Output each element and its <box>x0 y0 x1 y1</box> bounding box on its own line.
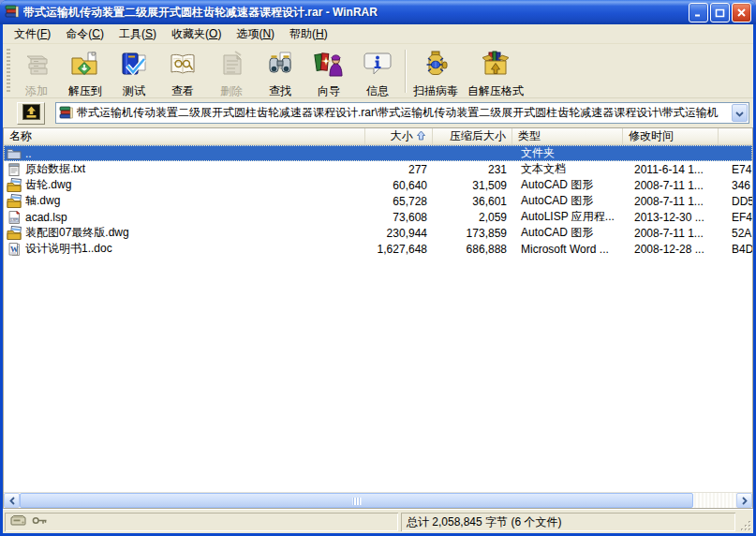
status-icons-panel <box>5 513 398 531</box>
menu-file[interactable]: 文件(F) <box>7 24 58 44</box>
scroll-right-button[interactable] <box>736 493 752 508</box>
menu-help[interactable]: 帮助(H) <box>282 24 335 44</box>
winrar-window: 带式运输机传动装置二级展开式圆柱齿轮减速器课程设计.rar - WinRAR 文… <box>0 0 756 536</box>
dwg-file-icon <box>7 194 22 209</box>
test-icon <box>119 50 149 82</box>
combobox-dropdown-button[interactable] <box>732 104 748 122</box>
view-icon <box>168 50 198 82</box>
wizard-button[interactable]: 向导 <box>304 46 353 97</box>
address-bar: 带式运输机传动装置二级展开式圆柱齿轮减速器课程设计.rar\带式运输机传动装置二… <box>3 98 753 127</box>
drive-icon <box>10 514 26 529</box>
column-header-packed[interactable]: 压缩后大小 <box>433 128 512 144</box>
horizontal-scrollbar <box>4 492 752 508</box>
list-header: 名称 大小 压缩后大小 类型 修改时间 <box>4 128 752 145</box>
toolbar-grip[interactable] <box>7 49 10 94</box>
up-one-level-button[interactable] <box>17 102 45 125</box>
folder-up-icon <box>22 104 40 123</box>
list-rows: .. 文件夹 原始数据.txt 277 231 文本文档 2011-6-14 1… <box>4 145 752 492</box>
status-totals-panel: 总计 2,058,845 字节 (6 个文件) <box>401 513 735 531</box>
winrar-archive-icon <box>59 106 74 121</box>
close-button[interactable] <box>732 3 751 22</box>
totals-text: 总计 2,058,845 字节 (6 个文件) <box>407 514 561 530</box>
resize-grip[interactable] <box>738 513 751 531</box>
delete-button[interactable]: 删除 <box>207 46 256 97</box>
toolbar-separator <box>405 50 406 93</box>
file-row[interactable]: W设计说明书1..doc 1,627,648 686,888 Microsoft… <box>4 241 752 257</box>
extract-to-button[interactable]: 解压到 <box>61 46 110 97</box>
add-icon <box>22 50 52 82</box>
winrar-app-icon <box>5 5 20 20</box>
info-button[interactable]: 信息 <box>353 46 402 97</box>
window-title: 带式运输机传动装置二级展开式圆柱齿轮减速器课程设计.rar - WinRAR <box>23 5 685 21</box>
add-button[interactable]: 添加 <box>12 46 61 97</box>
dwg-file-icon <box>7 226 22 241</box>
file-row[interactable]: 轴.dwg 65,728 36,601 AutoCAD 图形 2008-7-11… <box>4 193 752 209</box>
folder-icon <box>7 146 22 161</box>
info-icon <box>363 50 393 82</box>
column-header-crc[interactable] <box>719 128 752 144</box>
file-row[interactable]: 原始数据.txt 277 231 文本文档 2011-6-14 1... E74 <box>4 161 752 177</box>
minimize-button[interactable] <box>689 3 708 22</box>
column-header-name[interactable]: 名称 <box>4 128 365 144</box>
status-bar: 总计 2,058,845 字节 (6 个文件) <box>3 509 753 533</box>
key-icon <box>32 515 48 529</box>
sfx-icon <box>481 50 511 82</box>
doc-file-icon: W <box>7 242 22 257</box>
extract-to-icon <box>70 50 100 82</box>
archive-path-combobox[interactable]: 带式运输机传动装置二级展开式圆柱齿轮减速器课程设计.rar\带式运输机传动装置二… <box>55 102 749 124</box>
scan-virus-button[interactable]: 扫描病毒 <box>408 46 463 97</box>
maximize-button[interactable] <box>710 3 730 22</box>
dwg-file-icon <box>7 178 22 193</box>
menu-bar: 文件(F) 命令(C) 工具(S) 收藏夹(O) 选项(N) 帮助(H) <box>3 24 753 44</box>
menu-favorites[interactable]: 收藏夹(O) <box>164 24 229 44</box>
sfx-button[interactable]: 自解压格式 <box>463 46 528 97</box>
delete-icon <box>216 50 246 82</box>
find-icon <box>265 50 295 82</box>
file-row[interactable]: 装配图07最终版.dwg 230,944 173,859 AutoCAD 图形 … <box>4 225 752 241</box>
file-row[interactable]: 齿轮.dwg 60,640 31,509 AutoCAD 图形 2008-7-1… <box>4 177 752 193</box>
sort-ascending-icon <box>416 130 426 143</box>
parent-dir-row[interactable]: .. 文件夹 <box>4 145 752 161</box>
title-bar: 带式运输机传动装置二级展开式圆柱齿轮减速器课程设计.rar - WinRAR <box>0 0 756 24</box>
column-header-type[interactable]: 类型 <box>512 128 623 144</box>
wizard-icon <box>314 50 344 82</box>
view-button[interactable]: 查看 <box>158 46 207 97</box>
svg-text:W: W <box>10 244 19 253</box>
column-header-size[interactable]: 大小 <box>365 128 433 144</box>
test-button[interactable]: 测试 <box>110 46 158 97</box>
file-row[interactable]: LSPacad.lsp 73,608 2,059 AutoLISP 应用程...… <box>4 209 752 225</box>
find-button[interactable]: 查找 <box>256 46 304 97</box>
menu-tools[interactable]: 工具(S) <box>111 24 164 44</box>
archive-path-text: 带式运输机传动装置二级展开式圆柱齿轮减速器课程设计.rar\带式运输机传动装置二… <box>74 105 731 121</box>
scrollbar-thumb-grip <box>352 498 361 505</box>
svg-text:LSP: LSP <box>11 218 18 222</box>
scrollbar-track[interactable] <box>20 493 736 508</box>
text-file-icon <box>7 162 22 177</box>
lsp-file-icon: LSP <box>7 210 22 225</box>
file-list: 名称 大小 压缩后大小 类型 修改时间 .. 文件夹 原始数据.txt 277 … <box>3 127 753 509</box>
scan-virus-icon <box>421 50 451 82</box>
scrollbar-thumb[interactable] <box>20 493 693 508</box>
menu-options[interactable]: 选项(N) <box>229 24 282 44</box>
column-header-modified[interactable]: 修改时间 <box>623 128 719 144</box>
toolbar: 添加 解压到 测试 查看 删除 查找 向导 信息 <box>3 44 753 98</box>
menu-commands[interactable]: 命令(C) <box>58 24 111 44</box>
scroll-left-button[interactable] <box>4 493 20 508</box>
chevron-down-icon <box>735 106 744 120</box>
